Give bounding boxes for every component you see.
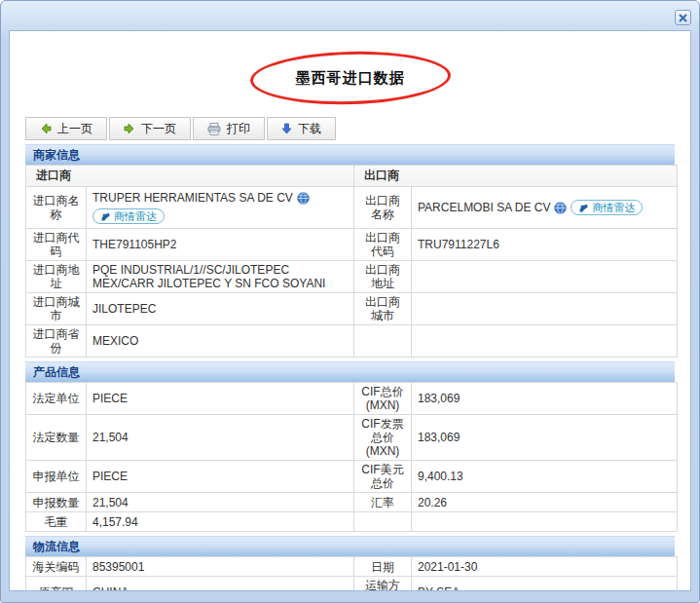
next-page-button[interactable]: 下一页 <box>109 117 191 140</box>
product-table: 法定单位 PIECE CIF总价(MXN) 183,069 法定数量 21,50… <box>25 382 678 532</box>
field-label: 毛重 <box>26 512 87 532</box>
field-value: 20.26 <box>412 493 678 512</box>
field-label <box>354 325 412 358</box>
field-label <box>354 512 412 532</box>
exporter-name: PARCELMOBI SA DE CV <box>418 201 550 214</box>
field-value: 183,069 <box>412 415 678 461</box>
printer-icon <box>207 123 221 135</box>
field-label: CIF发票总价(MXN) <box>354 415 412 461</box>
field-label: 进口商地址 <box>26 261 87 293</box>
field-value: TRU7911227L6 <box>412 229 678 261</box>
page-title: 墨西哥进口数据 <box>25 69 675 88</box>
next-page-label: 下一页 <box>141 121 176 137</box>
exporter-name-cell: PARCELMOBI SA DE CV <box>412 187 678 229</box>
dialog-window: 墨西哥进口数据 上一页 下一页 <box>0 0 700 603</box>
globe-icon[interactable] <box>554 202 567 214</box>
section-header: 商家信息 <box>25 144 675 165</box>
green-arrow-left-icon <box>40 123 52 134</box>
field-label: 出口商代码 <box>354 229 412 261</box>
close-button[interactable] <box>675 10 691 25</box>
table-row: 进口商代码 THE791105HP2 出口商代码 TRU7911227L6 <box>26 229 678 261</box>
field-value: THE791105HP2 <box>87 229 354 261</box>
print-label: 打印 <box>227 121 250 137</box>
badge-label: 商情雷达 <box>114 209 157 224</box>
table-row: 申报数量 21,504 汇率 20.26 <box>26 493 678 512</box>
field-label: 出口商名称 <box>354 187 412 229</box>
field-value: 21,504 <box>87 493 354 512</box>
table-row: 进口商地址 PQE INDUSTRIAL/1//SC/JILOTEPEC MEX… <box>26 261 678 293</box>
importer-name-cell: TRUPER HERRAMIENTAS SA DE CV <box>87 187 354 229</box>
field-label: 出口商地址 <box>354 261 412 293</box>
field-value: PIECE <box>87 461 354 493</box>
table-row: 进口商省份 MEXICO <box>26 325 678 358</box>
section-logistics: 物流信息 海关编码 85395001 日期 2021-01-30 原产国 CHI… <box>25 536 675 591</box>
field-label: 进口商城市 <box>26 293 87 325</box>
table-row: 进口商 出口商 <box>26 166 678 187</box>
merchant-table: 进口商 出口商 进口商名称 TRUPER HERRAMIENTAS SA DE … <box>25 165 678 358</box>
field-label: 汇率 <box>354 493 412 512</box>
blue-arrow-down-icon <box>281 123 292 134</box>
print-button[interactable]: 打印 <box>193 117 265 140</box>
shangqing-radar-badge[interactable]: 商情雷达 <box>571 200 643 215</box>
field-value: PQE INDUSTRIAL/1//SC/JILOTEPEC MEX/CARR … <box>87 261 354 293</box>
field-value <box>412 261 678 293</box>
globe-icon[interactable] <box>297 192 310 205</box>
field-label: 进口商代码 <box>26 229 87 261</box>
section-header: 产品信息 <box>25 361 675 382</box>
field-label: 申报单位 <box>26 461 87 493</box>
table-row: 申报单位 PIECE CIF美元总价 9,400.13 <box>26 461 678 493</box>
close-icon <box>679 14 687 22</box>
shangqing-radar-badge[interactable]: 商情雷达 <box>92 208 165 224</box>
field-label: 申报数量 <box>26 493 87 512</box>
field-label: 法定单位 <box>26 383 87 415</box>
toolbar: 上一页 下一页 打印 下载 <box>25 117 675 140</box>
field-value: 21,504 <box>87 415 354 461</box>
field-label: CIF美元总价 <box>354 461 412 493</box>
field-value: BY SEA <box>412 577 678 592</box>
field-value: MEXICO <box>87 325 354 358</box>
prev-page-button[interactable]: 上一页 <box>25 117 107 140</box>
logistics-table: 海关编码 85395001 日期 2021-01-30 原产国 CHINA 运输… <box>25 556 678 591</box>
section-merchant: 商家信息 进口商 出口商 进口商名称 TRUPER HERRAMIENTAS S… <box>25 144 675 358</box>
green-arrow-right-icon <box>124 123 135 134</box>
field-value: 183,069 <box>412 383 678 415</box>
table-row: 海关编码 85395001 日期 2021-01-30 <box>26 557 678 577</box>
prev-page-label: 上一页 <box>57 121 92 137</box>
field-label: CIF总价(MXN) <box>354 383 412 415</box>
table-row: 法定数量 21,504 CIF发票总价(MXN) 183,069 <box>26 415 678 461</box>
table-row: 进口商城市 JILOTEPEC 出口商城市 <box>26 293 678 325</box>
field-value <box>412 293 678 325</box>
download-label: 下载 <box>298 121 321 137</box>
exporter-column-header: 出口商 <box>354 166 678 187</box>
importer-name: TRUPER HERRAMIENTAS SA DE CV <box>92 191 293 205</box>
table-row: 毛重 4,157.94 <box>26 512 678 532</box>
section-header: 物流信息 <box>25 536 675 556</box>
field-value <box>412 325 678 358</box>
radar-icon <box>100 211 111 222</box>
field-value: 85395001 <box>87 557 354 577</box>
field-label: 运输方式 <box>354 577 412 592</box>
title-area: 墨西哥进口数据 <box>25 43 675 113</box>
radar-icon <box>578 203 589 213</box>
field-label: 进口商名称 <box>26 187 87 229</box>
importer-column-header: 进口商 <box>26 166 354 187</box>
field-label: 进口商省份 <box>26 325 87 358</box>
field-value: 4,157.94 <box>87 512 354 532</box>
field-value <box>412 512 678 532</box>
section-product: 产品信息 法定单位 PIECE CIF总价(MXN) 183,069 法定数量 … <box>25 361 675 532</box>
field-value: JILOTEPEC <box>87 293 354 325</box>
badge-label: 商情雷达 <box>592 201 635 215</box>
field-value: CHINA <box>87 577 354 592</box>
field-value: PIECE <box>87 383 354 415</box>
dialog-titlebar <box>1 1 699 30</box>
table-row: 法定单位 PIECE CIF总价(MXN) 183,069 <box>26 383 678 415</box>
field-label: 海关编码 <box>26 557 87 577</box>
dialog-body: 墨西哥进口数据 上一页 下一页 <box>9 30 691 591</box>
download-button[interactable]: 下载 <box>267 117 336 140</box>
table-row: 进口商名称 TRUPER HERRAMIENTAS SA DE CV <box>26 187 678 229</box>
field-value: 9,400.13 <box>412 461 678 493</box>
table-row: 原产国 CHINA 运输方式 BY SEA <box>26 577 678 592</box>
field-label: 出口商城市 <box>354 293 412 325</box>
field-label: 法定数量 <box>26 415 87 461</box>
field-label: 原产国 <box>26 577 87 592</box>
